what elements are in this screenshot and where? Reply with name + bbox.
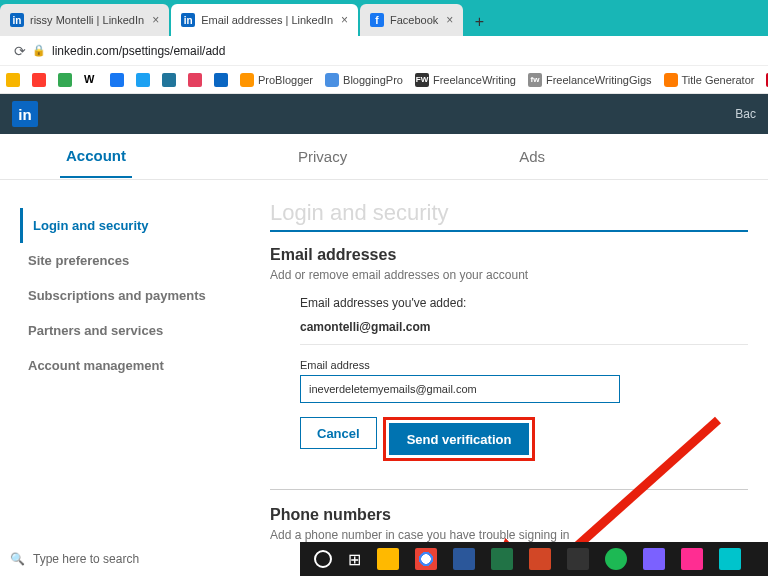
bookmark-icon <box>188 73 202 87</box>
bookmark-icon: W <box>84 73 98 87</box>
calculator-icon[interactable] <box>567 548 589 570</box>
settings-tabs: Account Privacy Ads <box>0 134 768 180</box>
close-icon[interactable]: × <box>341 13 348 27</box>
highlight-box: Send verification <box>383 417 536 461</box>
browser-tab[interactable]: in rissy Montelli | LinkedIn × <box>0 4 169 36</box>
bookmark-label: BloggingPro <box>343 74 403 86</box>
bookmark-item[interactable]: ProBlogger <box>240 73 313 87</box>
spotify-icon[interactable] <box>605 548 627 570</box>
bookmark-label: FreelanceWritingGigs <box>546 74 652 86</box>
bookmark-label: FreelanceWriting <box>433 74 516 86</box>
lock-icon: 🔒 <box>32 44 46 57</box>
bookmark-icon <box>325 73 339 87</box>
tab-label: Facebook <box>390 14 438 26</box>
bookmark-icon: fw <box>528 73 542 87</box>
reload-icon[interactable]: ⟳ <box>14 43 26 59</box>
tab-privacy[interactable]: Privacy <box>292 136 353 177</box>
sidebar: Login and securitySite preferencesSubscr… <box>20 200 240 556</box>
bookmark-item[interactable]: fwFreelanceWritingGigs <box>528 73 652 87</box>
send-verification-button[interactable]: Send verification <box>389 423 530 455</box>
bookmark-item[interactable] <box>58 73 72 87</box>
page-heading: Email addresses <box>270 246 748 264</box>
sidebar-item[interactable]: Login and security <box>20 208 240 243</box>
url-text[interactable]: linkedin.com/psettings/email/add <box>52 44 225 58</box>
cortana-icon[interactable] <box>314 550 332 568</box>
existing-email: camontelli@gmail.com <box>300 320 748 334</box>
bookmark-icon <box>6 73 20 87</box>
bookmark-icon <box>162 73 176 87</box>
bookmark-icon <box>58 73 72 87</box>
bookmark-item[interactable] <box>162 73 176 87</box>
bookmark-item[interactable]: FWFreelanceWriting <box>415 73 516 87</box>
divider <box>270 230 748 232</box>
powerpoint-icon[interactable] <box>529 548 551 570</box>
word-icon[interactable] <box>453 548 475 570</box>
bookmarks-bar: WProBloggerBloggingProFWFreelanceWriting… <box>0 66 768 94</box>
search-placeholder: Type here to search <box>33 552 139 566</box>
task-view-icon[interactable]: ⊞ <box>348 550 361 569</box>
taskbar-search[interactable]: 🔍 Type here to search <box>0 542 300 576</box>
browser-tab[interactable]: f Facebook × <box>360 4 463 36</box>
close-icon[interactable]: × <box>446 13 453 27</box>
sidebar-item[interactable]: Partners and services <box>20 313 240 348</box>
linkedin-icon: in <box>181 13 195 27</box>
bookmark-icon <box>214 73 228 87</box>
bookmark-item[interactable] <box>136 73 150 87</box>
browser-tab-strip: in rissy Montelli | LinkedIn × in Email … <box>0 0 768 36</box>
divider <box>270 489 748 490</box>
linkedin-icon: in <box>10 13 24 27</box>
bookmark-icon: FW <box>415 73 429 87</box>
taskbar-icons: ⊞ <box>300 548 741 570</box>
windows-taskbar: 🔍 Type here to search ⊞ <box>0 542 768 576</box>
tab-account[interactable]: Account <box>60 135 132 178</box>
sidebar-item[interactable]: Account management <box>20 348 240 383</box>
bookmark-icon <box>664 73 678 87</box>
divider <box>300 344 748 345</box>
cancel-button[interactable]: Cancel <box>300 417 377 449</box>
linkedin-logo[interactable]: in <box>12 101 38 127</box>
bookmark-icon <box>240 73 254 87</box>
app-icon[interactable] <box>681 548 703 570</box>
close-icon[interactable]: × <box>152 13 159 27</box>
email-input[interactable] <box>300 375 620 403</box>
tab-label: rissy Montelli | LinkedIn <box>30 14 144 26</box>
content-area: Login and security Email addresses Add o… <box>240 200 748 556</box>
section-bg-title: Login and security <box>270 200 748 226</box>
added-label: Email addresses you've added: <box>300 296 748 310</box>
facebook-icon: f <box>370 13 384 27</box>
new-tab-button[interactable]: + <box>465 8 493 36</box>
bookmark-item[interactable]: Title Generator <box>664 73 755 87</box>
page-subheading: Add or remove email addresses on your ac… <box>270 268 748 282</box>
tab-label: Email addresses | LinkedIn <box>201 14 333 26</box>
bookmark-item[interactable] <box>188 73 202 87</box>
bookmark-item[interactable]: BloggingPro <box>325 73 403 87</box>
bookmark-label: Title Generator <box>682 74 755 86</box>
bookmark-item[interactable] <box>6 73 20 87</box>
app-icon[interactable] <box>377 548 399 570</box>
sidebar-item[interactable]: Subscriptions and payments <box>20 278 240 313</box>
sidebar-item[interactable]: Site preferences <box>20 243 240 278</box>
field-label: Email address <box>300 359 748 371</box>
phone-subheading: Add a phone number in case you have trou… <box>270 528 748 542</box>
bookmark-icon <box>110 73 124 87</box>
excel-icon[interactable] <box>491 548 513 570</box>
address-bar: ⟳ 🔒 linkedin.com/psettings/email/add <box>0 36 768 66</box>
linkedin-header: in Bac <box>0 94 768 134</box>
app-icon[interactable] <box>719 548 741 570</box>
chrome-icon[interactable] <box>415 548 437 570</box>
back-link[interactable]: Bac <box>735 107 756 121</box>
app-icon[interactable] <box>643 548 665 570</box>
bookmark-label: ProBlogger <box>258 74 313 86</box>
bookmark-icon <box>32 73 46 87</box>
bookmark-item[interactable] <box>32 73 46 87</box>
bookmark-item[interactable] <box>214 73 228 87</box>
bookmark-item[interactable] <box>110 73 124 87</box>
bookmark-item[interactable]: W <box>84 73 98 87</box>
bookmark-icon <box>136 73 150 87</box>
tab-ads[interactable]: Ads <box>513 136 551 177</box>
search-icon: 🔍 <box>10 552 25 566</box>
browser-tab[interactable]: in Email addresses | LinkedIn × <box>171 4 358 36</box>
phone-heading: Phone numbers <box>270 506 748 524</box>
